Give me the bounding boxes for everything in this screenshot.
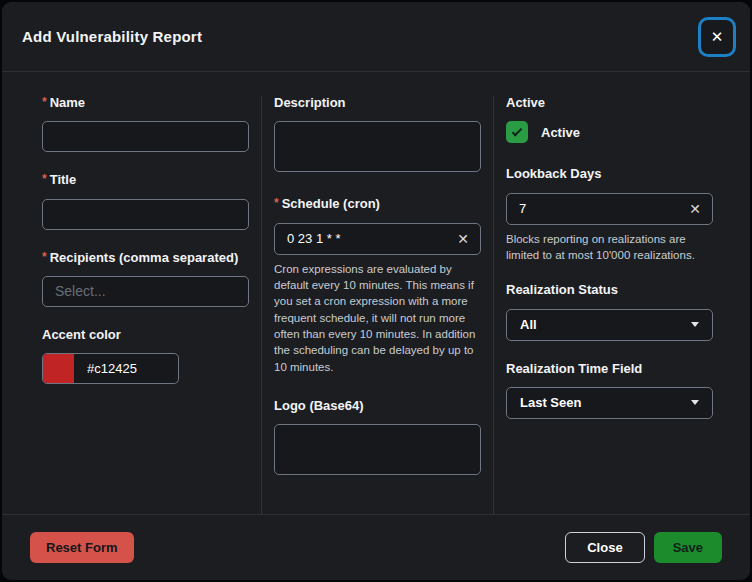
column-right: Active Active Lookback Days ✕ Blocks rep…	[506, 96, 713, 419]
close-button[interactable]: ✕	[698, 17, 736, 57]
name-label: * Name	[42, 96, 249, 110]
active-checkbox-row: Active	[506, 121, 713, 143]
recipients-label: * Recipients (comma separated)	[42, 251, 249, 265]
schedule-help-text: Cron expressions are evaluated by defaul…	[274, 261, 481, 375]
realization-status-select[interactable]: All	[506, 309, 713, 341]
page-title: Add Vulnerability Report	[22, 28, 698, 45]
accent-color-input[interactable]	[74, 354, 178, 383]
lookback-days-input[interactable]	[507, 194, 678, 224]
title-input[interactable]	[42, 199, 249, 230]
dialog-body: * Name * Title * Recipients (comma separ…	[2, 72, 750, 514]
schedule-clear-button[interactable]: ✕	[446, 224, 480, 254]
accent-color-label: Accent color	[42, 328, 249, 342]
schedule-label: * Schedule (cron)	[274, 197, 481, 211]
schedule-input-wrap: ✕	[274, 223, 481, 255]
divider	[493, 96, 494, 514]
check-icon	[512, 126, 523, 137]
lookback-help-text: Blocks reporting on realizations are lim…	[506, 231, 713, 264]
column-left: * Name * Title * Recipients (comma separ…	[42, 96, 249, 384]
recipients-input[interactable]	[42, 276, 249, 307]
description-label: Description	[274, 96, 481, 110]
clear-icon: ✕	[689, 201, 701, 217]
lookback-clear-button[interactable]: ✕	[678, 194, 712, 224]
required-asterisk: *	[274, 197, 279, 210]
color-swatch[interactable]	[43, 354, 74, 383]
clear-icon: ✕	[457, 231, 469, 247]
required-asterisk: *	[42, 96, 47, 109]
column-middle: Description * Schedule (cron) ✕ Cron exp…	[274, 96, 481, 479]
realization-time-field-value: Last Seen	[520, 395, 691, 410]
dialog-header: Add Vulnerability Report ✕	[2, 2, 750, 72]
description-textarea[interactable]	[274, 121, 481, 172]
required-asterisk: *	[42, 173, 47, 186]
dialog-footer: Reset Form Close Save	[2, 514, 750, 580]
realization-time-field-label: Realization Time Field	[506, 362, 713, 376]
logo-label: Logo (Base64)	[274, 399, 481, 413]
lookback-days-label: Lookback Days	[506, 167, 713, 181]
chevron-down-icon	[691, 322, 699, 327]
close-icon: ✕	[711, 29, 724, 44]
lookback-input-wrap: ✕	[506, 193, 713, 225]
realization-status-label: Realization Status	[506, 283, 713, 297]
name-input[interactable]	[42, 121, 249, 152]
title-label: * Title	[42, 173, 249, 187]
divider	[261, 96, 262, 514]
save-button[interactable]: Save	[654, 532, 722, 563]
reset-form-button[interactable]: Reset Form	[30, 532, 134, 563]
chevron-down-icon	[691, 400, 699, 405]
realization-status-value: All	[520, 317, 691, 332]
active-checkbox-label: Active	[541, 125, 580, 140]
close-footer-button[interactable]: Close	[565, 532, 644, 563]
required-asterisk: *	[42, 251, 47, 264]
logo-textarea[interactable]	[274, 424, 481, 475]
schedule-input[interactable]	[275, 224, 446, 254]
active-label: Active	[506, 96, 713, 110]
active-checkbox[interactable]	[506, 121, 528, 143]
add-vulnerability-report-dialog: Add Vulnerability Report ✕ * Name * Titl…	[2, 2, 750, 580]
realization-time-field-select[interactable]: Last Seen	[506, 387, 713, 419]
accent-color-picker[interactable]	[42, 353, 179, 384]
